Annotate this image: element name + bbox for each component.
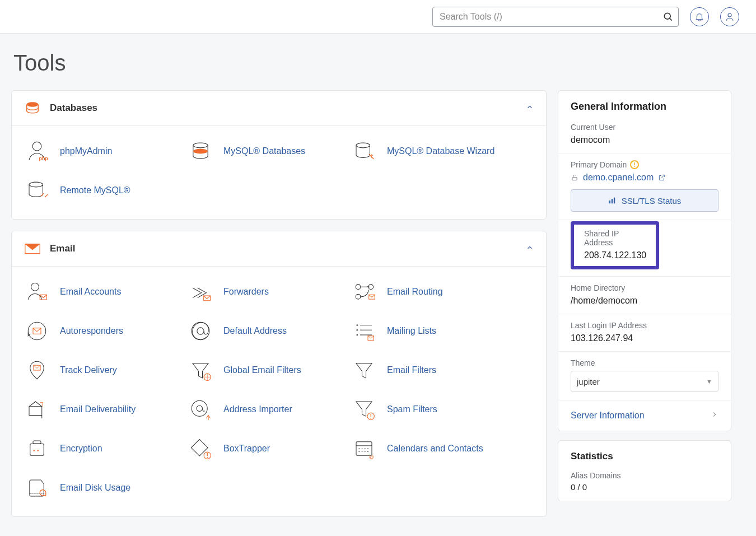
last-login-value: 103.126.247.94 [571,333,718,343]
last-login-block: Last Login IP Address 103.126.247.94 [558,314,731,351]
tool-email-filters[interactable]: Email Filters [344,351,508,390]
svg-point-7 [193,149,208,154]
ssl-tls-status-button[interactable]: SSL/TLS Status [571,189,718,212]
svg-rect-47 [356,442,372,456]
address-importer-icon [188,397,213,422]
tool-autoresponders[interactable]: Autoresponders [17,311,181,351]
tool-encryption[interactable]: Encryption [17,429,181,468]
tool-label: Address Importer [223,404,292,414]
email-title: Email [50,243,75,254]
email-panel-header[interactable]: Email [12,231,546,267]
svg-point-33 [192,400,207,416]
svg-point-6 [193,143,208,148]
primary-domain-label-text: Primary Domain [571,160,627,169]
svg-point-24 [356,334,358,336]
user-icon [725,12,735,22]
remote-mysql-icon [24,178,50,203]
database-section-icon [24,101,41,115]
theme-value: jupiter [577,377,600,386]
theme-select[interactable]: jupiter ▼ [571,371,718,392]
svg-rect-61 [572,177,577,180]
ssl-button-label: SSL/TLS Status [622,196,682,206]
statistics-panel: Statistics Alias Domains 0 / 0 [558,440,731,501]
disk-usage-icon [24,475,50,501]
top-header [0,0,756,34]
email-panel: Email Email Accounts [11,231,547,517]
page-title: Tools [13,50,745,76]
tool-email-disk-usage[interactable]: Email Disk Usage [17,468,181,507]
tool-boxtrapper[interactable]: BoxTrapper [181,429,344,468]
svg-point-46 [207,457,208,458]
boxtrapper-icon [188,436,213,462]
tool-email-accounts[interactable]: Email Accounts [17,272,181,311]
tool-mailing-lists[interactable]: Mailing Lists [344,311,508,351]
calendar-icon: @ [351,436,377,462]
primary-domain-link[interactable]: demo.cpanel.com [571,173,718,183]
primary-domain-block: Primary Domain ! demo.cpanel.com SSL/TLS… [558,153,731,220]
tool-mysql-databases[interactable]: MySQL® Databases [181,132,344,171]
dropdown-caret-icon: ▼ [706,378,712,385]
statistics-title: Statistics [558,441,731,468]
autoresponders-icon [24,318,50,344]
svg-line-1 [670,18,672,20]
svg-point-8 [356,143,370,148]
svg-point-16 [356,294,361,299]
svg-point-56 [367,451,368,452]
svg-point-53 [358,451,360,452]
tool-label: Email Disk Usage [60,483,130,493]
svg-point-38 [370,418,371,419]
tool-phpmyadmin[interactable]: php phpMyAdmin [17,132,181,171]
svg-point-54 [362,451,363,452]
tool-label: Default Address [223,326,287,336]
databases-title: Databases [50,102,97,114]
email-filters-icon [351,357,377,383]
svg-rect-63 [611,199,612,203]
svg-rect-62 [609,201,610,203]
tool-track-delivery[interactable]: Track Delivery [17,351,181,390]
notifications-button[interactable] [690,7,709,26]
track-delivery-icon [24,357,50,383]
search-icon[interactable] [661,10,675,24]
tool-label: Autoresponders [60,326,123,336]
encryption-icon [24,436,50,462]
tool-label: BoxTrapper [223,444,270,454]
search-container [432,7,679,27]
tool-calendars-contacts[interactable]: @ Calendars and Contacts [344,429,508,468]
svg-point-21 [197,328,204,334]
server-information-link[interactable]: Server Information [558,400,731,431]
svg-rect-31 [29,407,42,416]
svg-point-51 [365,448,366,449]
tool-global-email-filters[interactable]: Global Email Filters [181,351,344,390]
tool-remote-mysql[interactable]: Remote MySQL® [17,171,181,210]
shared-ip-value: 208.74.122.130 [584,250,646,260]
tool-label: MySQL® Database Wizard [387,146,494,156]
svg-point-18 [28,322,46,340]
alias-domains-value: 0 / 0 [571,482,718,492]
last-login-label: Last Login IP Address [571,321,718,330]
svg-text:php: php [39,156,48,161]
svg-point-55 [365,451,366,452]
home-dir-label: Home Directory [571,283,718,292]
default-address-icon [188,318,213,344]
tool-email-deliverability[interactable]: Email Deliverability [17,390,181,429]
tool-forwarders[interactable]: Forwarders [181,272,344,311]
svg-point-49 [358,448,360,449]
external-link-icon [658,174,666,181]
global-filters-icon [188,357,213,383]
databases-panel-header[interactable]: Databases [12,91,546,126]
tool-label: Email Accounts [60,287,121,297]
tool-mysql-wizard[interactable]: MySQL® Database Wizard [344,132,508,171]
tool-email-routing[interactable]: Email Routing [344,272,508,311]
deliverability-icon [24,397,50,422]
account-button[interactable] [720,7,739,26]
theme-label: Theme [571,358,718,367]
tool-spam-filters[interactable]: Spam Filters [344,390,508,429]
shared-ip-block: Shared IP Address 208.74.122.130 [558,220,731,276]
tool-label: Email Deliverability [60,404,136,414]
databases-panel: Databases php phpMyAdmin [11,90,547,220]
search-input[interactable] [432,7,679,27]
tool-default-address[interactable]: Default Address [181,311,344,351]
chevron-right-icon [711,411,718,421]
tool-address-importer[interactable]: Address Importer [181,390,344,429]
svg-point-22 [356,324,358,326]
